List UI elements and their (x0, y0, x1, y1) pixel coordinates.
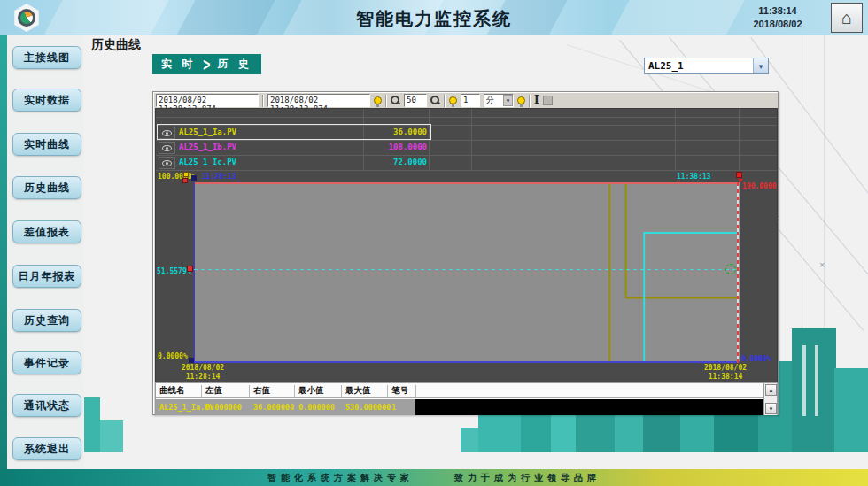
visibility-toggle[interactable] (159, 142, 175, 154)
y-max-label-left: 100.0000% (158, 173, 196, 181)
home-button[interactable]: ⌂ (831, 3, 863, 33)
cursor-intersection-marker (725, 264, 736, 274)
device-select-value: AL25_1 (645, 60, 753, 72)
legend-row[interactable]: AL25_1_Ic.PV 72.0000 (156, 156, 740, 170)
sidebar-item-event-log[interactable]: 事件记录 (12, 351, 81, 374)
sidebar-item-comm-status[interactable]: 通讯状态 (12, 394, 81, 417)
chevron-down-icon: ▾ (759, 62, 763, 71)
scroll-up-button[interactable]: ▲ (765, 384, 777, 396)
cell-right-value: 36.000000 (253, 403, 294, 412)
sidebar: 主接线图 实时数据 实时曲线 历史曲线 差值报表 日月年报表 历史查询 事件记录… (7, 35, 84, 469)
interval-unit-value: 分 (484, 95, 503, 106)
device-select-button[interactable]: ▾ (753, 58, 768, 73)
left-cursor-time: 11:28:13 (202, 173, 236, 181)
interval-value-input[interactable]: 1 (461, 94, 480, 107)
skyline-building (834, 368, 868, 452)
toolbar-separator (385, 95, 387, 107)
sidebar-item-history-curve[interactable]: 历史曲线 (12, 176, 81, 199)
footer-slogan-right: 致力于成为行业领导品牌 (454, 472, 601, 484)
sidebar-item-main-wiring[interactable]: 主接线图 (12, 46, 81, 69)
cell-max-value: 530.000000 (345, 403, 391, 412)
left-accent-strip (0, 35, 7, 469)
tab-realtime[interactable]: 实 时 (161, 57, 196, 72)
zoom-in-icon[interactable] (430, 96, 440, 105)
sidebar-item-dmy-report[interactable]: 日月年报表 (12, 265, 81, 288)
curve-name: AL25_1_Ib.PV (179, 143, 236, 151)
toolbar-separator (444, 95, 446, 107)
column-divider (249, 385, 250, 397)
curve-toolbar: 2018/08/02 11:28:13.874 2018/08/02 11:38… (155, 93, 777, 108)
curve-value: 72.0000 (365, 158, 427, 166)
y-max-label-right: 100.0000% (742, 182, 778, 190)
skyline-building (792, 328, 836, 452)
scroll-down-button[interactable]: ▼ (765, 403, 777, 414)
marker-top-left[interactable] (183, 172, 189, 177)
end-time-field[interactable]: 2018/08/02 11:38:13.874 (267, 94, 370, 107)
cell-left-value: 0.000000 (205, 403, 242, 412)
zoom-value-input[interactable]: 50 (404, 94, 427, 107)
stats-header-row: 曲线名 左值 右值 最小值 最大值 笔号 (156, 383, 764, 398)
left-cursor-handle[interactable] (191, 175, 197, 181)
sidebar-item-realtime-data[interactable]: 实时数据 (12, 89, 81, 112)
col-pen-number: 笔号 (391, 385, 408, 397)
interval-unit-select[interactable]: 分 ▾ (484, 94, 514, 107)
toolbar-separator (262, 95, 264, 107)
view-tabs: 实 时 > 历 史 (152, 54, 261, 74)
footer-slogan-left: 智能化系统方案解决专家 (267, 472, 414, 484)
plot-area[interactable] (194, 182, 740, 363)
footer-banner: 智能化系统方案解决专家 致力于成为行业领导品牌 (0, 469, 868, 486)
marker-top-left-red[interactable] (182, 178, 188, 183)
clock-time: 11:38:14 (733, 4, 822, 18)
axis-start-time: 11:28:14 (172, 373, 234, 381)
page-title: 历史曲线 (91, 37, 141, 53)
cursor-tool-icon[interactable]: I (534, 96, 539, 105)
tower-line (802, 35, 802, 372)
y-min-label-left: 0.0000% (158, 352, 188, 360)
tab-history[interactable]: 历 史 (218, 57, 252, 72)
horizontal-cursor-line[interactable] (194, 269, 740, 270)
column-divider (341, 385, 342, 397)
eye-icon (162, 145, 172, 151)
apply-time-icon[interactable] (374, 96, 382, 104)
clock-date: 2018/08/02 (733, 18, 822, 31)
grid-line (156, 170, 778, 171)
zoom-out-icon[interactable] (391, 96, 400, 105)
toolbar-separator (529, 95, 531, 107)
skyline-building (100, 420, 123, 452)
left-cursor-line[interactable] (194, 182, 195, 363)
col-left-value: 左值 (205, 385, 222, 397)
device-select[interactable]: AL25_1 ▾ (644, 58, 769, 74)
sidebar-item-history-query[interactable]: 历史查询 (12, 309, 81, 332)
start-time-field[interactable]: 2018/08/02 11:28:13.874 (156, 94, 259, 107)
table-scrollbar[interactable]: ▲ ▼ (763, 383, 777, 415)
h-cursor-handle[interactable] (187, 266, 193, 272)
right-cursor-handle[interactable] (736, 172, 742, 178)
curve-name: AL25_1_Ic.PV (179, 158, 236, 166)
table-row[interactable]: AL25_1_Ia.PV 0.000000 36.000000 0.000000… (156, 399, 764, 415)
sidebar-item-system-exit[interactable]: 系统退出 (12, 437, 81, 460)
scroll-up-icon: ▲ (769, 388, 774, 393)
disabled-tool-icon (543, 96, 553, 105)
column-divider (415, 385, 416, 397)
tower-line (824, 35, 825, 372)
column-divider (201, 385, 202, 397)
curve-value: 108.0000 (365, 143, 427, 151)
skyline-base (461, 428, 868, 452)
right-cursor-pin-icon (738, 179, 743, 182)
col-curve-name: 曲线名 (159, 385, 185, 397)
column-divider (387, 385, 388, 397)
sidebar-item-diff-report[interactable]: 差值报表 (12, 220, 81, 243)
marker-bottom-left[interactable] (189, 358, 194, 363)
right-cursor-line[interactable] (737, 182, 739, 363)
legend-row[interactable]: AL25_1_Ib.PV 108.0000 (156, 141, 740, 155)
skyline-building (84, 397, 100, 452)
interval-apply-icon[interactable] (449, 96, 457, 104)
sidebar-item-realtime-curve[interactable]: 实时曲线 (12, 133, 81, 156)
refresh-icon[interactable] (517, 96, 525, 104)
col-min-value: 最小值 (298, 385, 324, 397)
building-window (815, 345, 818, 416)
tower-marker-icon: × (819, 259, 825, 270)
app-header: 智能电力监控系统 11:38:14 2018/08/02 ⌂ (0, 0, 868, 35)
col-max-value: 最大值 (345, 385, 371, 397)
visibility-toggle[interactable] (159, 157, 175, 169)
